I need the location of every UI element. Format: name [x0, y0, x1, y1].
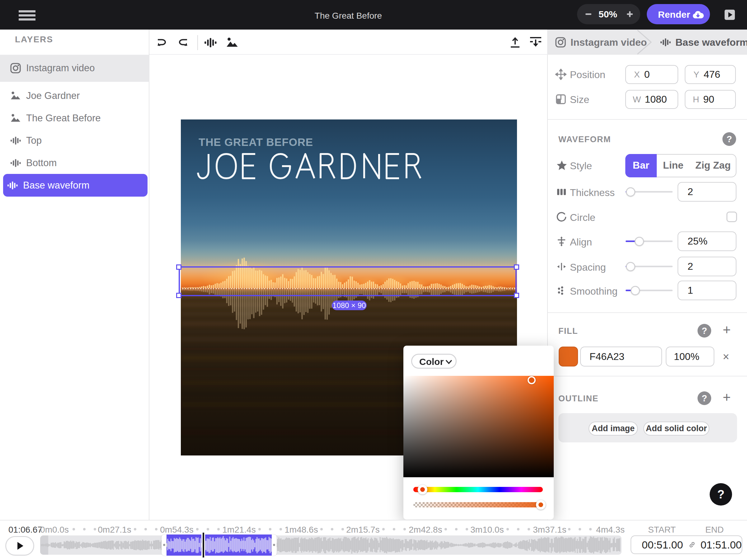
- svg-text:THE GREAT BEFORE: THE GREAT BEFORE: [199, 136, 313, 148]
